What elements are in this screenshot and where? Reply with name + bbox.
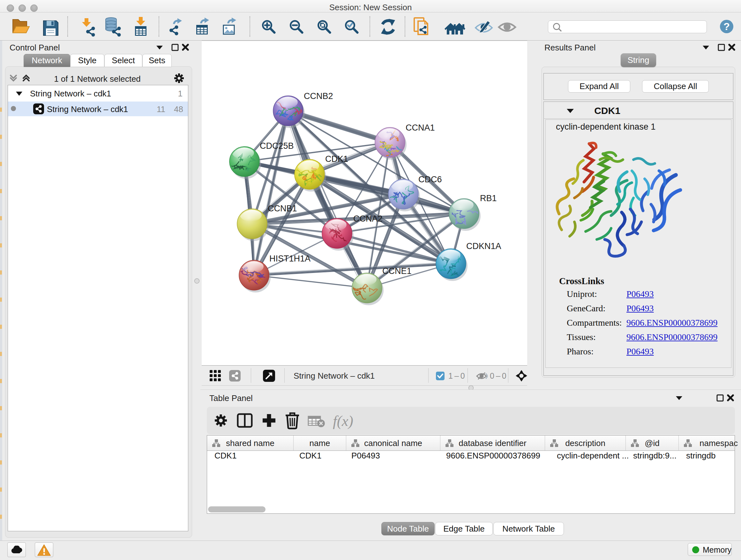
svg-text:CDC25B: CDC25B: [260, 141, 294, 151]
svg-text:f(x): f(x): [333, 413, 353, 429]
svg-text:CCNA1: CCNA1: [406, 123, 435, 132]
svg-text:CCNA2: CCNA2: [353, 214, 383, 224]
svg-text:CCNB1: CCNB1: [268, 204, 297, 213]
svg-text:CDKN1A: CDKN1A: [466, 241, 501, 251]
svg-text:HIST1H1A: HIST1H1A: [269, 254, 311, 263]
svg-text:CCNB2: CCNB2: [304, 91, 333, 101]
svg-text:CCNE1: CCNE1: [382, 266, 412, 276]
svg-text:CDC6: CDC6: [418, 175, 442, 184]
svg-text:CDK1: CDK1: [325, 154, 348, 164]
svg-text:?: ?: [724, 21, 730, 32]
svg-text:RB1: RB1: [480, 193, 497, 203]
